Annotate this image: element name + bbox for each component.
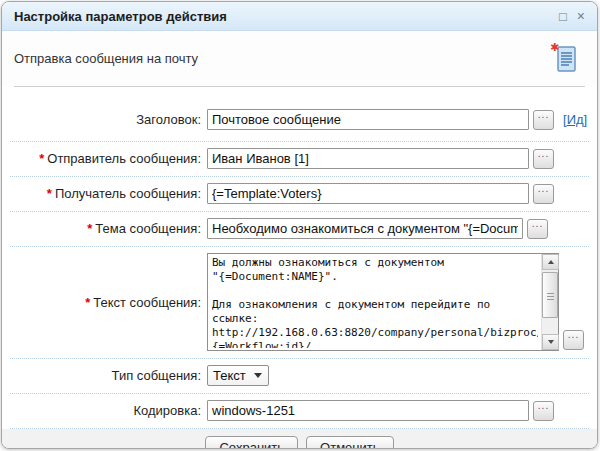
required-marker: * [47, 186, 52, 201]
message-text[interactable]: Вы должны ознакомиться с документом "{=D… [212, 256, 538, 348]
action-form: Заголовок: ... [Ид] *Отправитель сообщен… [2, 87, 597, 429]
message-type-value: Текст [213, 368, 246, 383]
type-label: Тип собщения: [10, 368, 207, 383]
new-badge-icon: ✱ [550, 41, 559, 54]
recipient-insert-value-button[interactable]: ... [533, 184, 554, 204]
action-settings-dialog: Настройка параметров действия □ × Отправ… [1, 1, 598, 449]
required-marker: * [87, 221, 92, 236]
action-subtitle: Отправка сообщения на почту [14, 51, 551, 66]
field-row-body: *Текст сообщения: Вы должны ознакомиться… [10, 247, 589, 359]
scroll-down-icon[interactable] [542, 334, 559, 350]
dialog-title: Настройка параметров действия [14, 9, 549, 24]
sender-label: *Отправитель сообщения: [10, 151, 207, 166]
textarea-scrollbar[interactable] [541, 254, 558, 350]
field-row-encoding: Кодировка: ... [10, 394, 589, 429]
sender-input[interactable] [207, 148, 529, 169]
scrollbar-thumb[interactable] [542, 272, 558, 318]
encoding-label: Кодировка: [10, 403, 207, 418]
subject-label: *Тема сообщения: [10, 221, 207, 236]
dialog-titlebar[interactable]: Настройка параметров действия □ × [2, 2, 597, 31]
chevron-down-icon [254, 373, 262, 378]
id-link[interactable]: [Ид] [563, 112, 587, 127]
scroll-up-icon[interactable] [542, 254, 559, 270]
field-row-sender: *Отправитель сообщения: ... [10, 142, 589, 177]
id-link-text[interactable]: Ид [567, 112, 584, 127]
body-insert-value-button[interactable]: ... [563, 330, 584, 350]
encoding-insert-value-button[interactable]: ... [533, 401, 554, 421]
message-type-select[interactable]: Текст [207, 365, 269, 386]
title-insert-value-button[interactable]: ... [533, 110, 554, 130]
title-label: Заголовок: [10, 112, 207, 127]
field-row-type: Тип собщения: Текст [10, 359, 589, 394]
required-marker: * [39, 151, 44, 166]
dialog-header: Отправка сообщения на почту ✱ [2, 31, 597, 86]
save-button[interactable]: Сохранить [205, 436, 298, 450]
encoding-input[interactable] [207, 400, 529, 421]
recipient-input[interactable] [207, 183, 529, 204]
field-row-title: Заголовок: ... [Ид] [10, 95, 589, 142]
message-text-area[interactable]: Вы должны ознакомиться с документом "{=D… [207, 253, 559, 351]
subject-input[interactable] [207, 218, 523, 239]
dialog-footer: Сохранить Отменить [2, 429, 597, 449]
field-row-recipient: *Получатель сообщения: ... [10, 177, 589, 212]
cancel-button[interactable]: Отменить [306, 436, 393, 450]
field-row-subject: *Тема сообщения: ... [10, 212, 589, 247]
required-marker: * [85, 295, 90, 310]
title-input[interactable] [207, 109, 529, 130]
subject-insert-value-button[interactable]: ... [527, 219, 548, 239]
close-icon[interactable]: × [577, 9, 585, 23]
sender-insert-value-button[interactable]: ... [533, 149, 554, 169]
mail-document-icon: ✱ [551, 43, 579, 75]
maximize-icon[interactable]: □ [559, 10, 567, 23]
recipient-label: *Получатель сообщения: [10, 186, 207, 201]
body-label: *Текст сообщения: [10, 295, 207, 310]
